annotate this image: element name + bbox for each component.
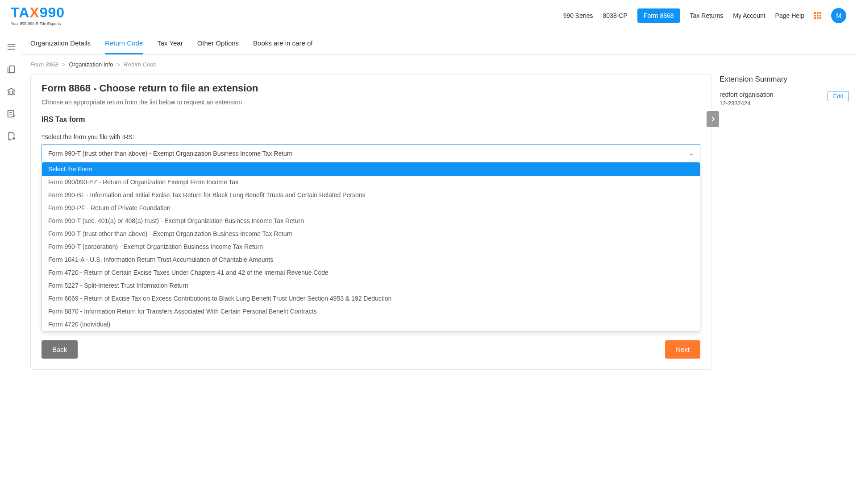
summary-title: Extension Summary xyxy=(720,75,849,84)
select-option[interactable]: Form 990-T (corporation) - Exempt Organi… xyxy=(42,240,700,253)
select-option[interactable]: Form 4720 - Return of Certain Excise Tax… xyxy=(42,266,700,279)
tab-other-options[interactable]: Other Options xyxy=(197,39,239,54)
crumb-sep: > xyxy=(116,61,120,68)
field-label: *Select the form you file with IRS: xyxy=(42,133,700,140)
nav-990-series[interactable]: 990 Series xyxy=(563,12,593,19)
avatar[interactable]: M xyxy=(831,8,846,23)
nav-my-account[interactable]: My Account xyxy=(733,12,765,19)
bank-icon[interactable] xyxy=(6,87,16,96)
logo-text: TAX990 xyxy=(11,5,65,20)
select-option[interactable]: Form 1041-A - U.S. Information Return Tr… xyxy=(42,253,700,266)
crumb-leaf: Return Code xyxy=(124,61,157,68)
select-option[interactable]: Form 4720 (individual) xyxy=(42,318,700,331)
nav-page-help[interactable]: Page Help xyxy=(775,12,804,19)
tab-return-code[interactable]: Return Code xyxy=(105,39,143,54)
select-option[interactable]: Form 8870 - Information Return for Trans… xyxy=(42,305,700,318)
shell: Organization Details Return Code Tax Yea… xyxy=(0,31,857,504)
file-export-icon[interactable] xyxy=(6,131,16,141)
next-button[interactable]: Next xyxy=(665,340,700,359)
select-option[interactable]: Form 990-PF - Return of Private Foundati… xyxy=(42,202,700,215)
edit-button[interactable]: Edit xyxy=(828,91,849,101)
logo-subtitle: Your IRS 990 E-File Experts xyxy=(11,21,65,26)
top-bar: TAX990 Your IRS 990 E-File Experts 990 S… xyxy=(0,0,857,31)
left-rail xyxy=(0,31,22,504)
apps-grid-icon[interactable] xyxy=(814,12,821,19)
select-value: Form 990-T (trust other than above) - Ex… xyxy=(48,150,292,157)
main: Organization Details Return Code Tax Yea… xyxy=(22,31,857,504)
select-option[interactable]: Select the Form xyxy=(42,163,700,176)
copy-file-icon[interactable] xyxy=(6,64,16,74)
logo-part2: 990 xyxy=(40,4,65,21)
logo-x: X xyxy=(29,4,39,21)
card-footer: Back Next xyxy=(42,331,700,359)
tab-organization-details[interactable]: Organization Details xyxy=(30,39,91,54)
section-label: IRS Tax form xyxy=(42,116,700,124)
tab-books-care-of[interactable]: Books are in care of xyxy=(253,39,312,54)
content-card: Form 8868 - Choose return to file an ext… xyxy=(30,74,711,370)
crumb-org-info[interactable]: Organization Info xyxy=(69,61,113,68)
summary-org-name: redfort organisation xyxy=(720,91,774,98)
summary-ein: 12-2332424 xyxy=(720,100,774,107)
chevron-right-icon xyxy=(711,116,715,122)
breadcrumb: Form 8868 > Organization Info > Return C… xyxy=(22,55,857,74)
card-title: Form 8868 - Choose return to file an ext… xyxy=(42,83,700,94)
form-select-dropdown: Select the Form Form 990/990-EZ - Return… xyxy=(42,163,700,331)
form-select[interactable]: Form 990-T (trust other than above) - Ex… xyxy=(42,144,700,163)
summary-row: redfort organisation 12-2332424 Edit xyxy=(720,91,849,114)
logo[interactable]: TAX990 Your IRS 990 E-File Experts xyxy=(11,5,65,26)
field-label-text: Select the form you file with IRS: xyxy=(44,133,134,140)
content-wrap: Form 8868 - Choose return to file an ext… xyxy=(22,74,857,370)
logo-part1: TA xyxy=(11,4,29,21)
select-option[interactable]: Form 990-T (trust other than above) - Ex… xyxy=(42,227,700,240)
crumb-sep: > xyxy=(62,61,66,68)
nav-8038-cp[interactable]: 8038-CP xyxy=(603,12,628,19)
chevron-down-icon: ⌄ xyxy=(689,150,694,157)
extension-summary: Extension Summary redfort organisation 1… xyxy=(720,74,849,370)
note-check-icon[interactable] xyxy=(6,109,16,119)
collapse-handle[interactable] xyxy=(707,111,719,127)
select-option[interactable]: Form 5227 - Split-Interest Trust Informa… xyxy=(42,279,700,292)
crumb-root[interactable]: Form 8868 xyxy=(30,61,58,68)
select-option[interactable]: Form 990-T (sec. 401(a) or 408(a) trust)… xyxy=(42,215,700,227)
menu-icon[interactable] xyxy=(6,42,16,52)
top-nav: 990 Series 8038-CP Form 8868 Tax Returns… xyxy=(563,8,846,23)
select-option[interactable]: Form 990-BL - Information and Initial Ex… xyxy=(42,189,700,202)
tab-tax-year[interactable]: Tax Year xyxy=(157,39,183,54)
nav-form-8868[interactable]: Form 8868 xyxy=(637,8,680,23)
card-description: Choose an appropriate return from the li… xyxy=(42,99,700,106)
nav-tax-returns[interactable]: Tax Returns xyxy=(690,12,724,19)
select-option[interactable]: Form 6069 - Return of Excise Tax on Exce… xyxy=(42,292,700,305)
select-option[interactable]: Form 990/990-EZ - Return of Organization… xyxy=(42,176,700,189)
sub-tabs: Organization Details Return Code Tax Yea… xyxy=(22,31,857,55)
back-button[interactable]: Back xyxy=(42,340,78,359)
svg-rect-3 xyxy=(9,66,14,73)
